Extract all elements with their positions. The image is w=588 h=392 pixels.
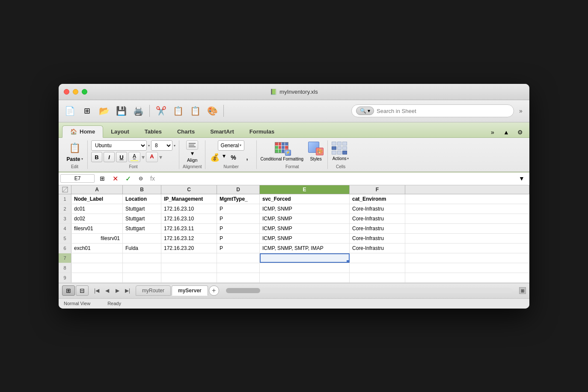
cell-c5[interactable]: 172.16.23.12 — [161, 234, 217, 243]
col-header-f[interactable]: F — [350, 185, 405, 194]
cell-f5[interactable]: Core-Infrastru — [350, 234, 405, 243]
cell-d4[interactable]: P — [217, 224, 260, 233]
horizontal-scrollbar[interactable] — [226, 288, 512, 293]
cell-a4[interactable]: filesrv01 — [71, 224, 123, 233]
sheet-tab-myrouter[interactable]: myRouter — [136, 285, 171, 296]
select-all-icon[interactable] — [62, 186, 68, 193]
cell-d8[interactable] — [217, 263, 260, 273]
cell-c2[interactable]: 172.16.23.10 — [161, 204, 217, 214]
search-input[interactable] — [377, 108, 509, 114]
prev-sheet-button[interactable]: ◀ — [102, 286, 112, 295]
tab-tables[interactable]: Tables — [137, 126, 169, 137]
align-button[interactable] — [186, 140, 198, 150]
col-header-b[interactable]: B — [123, 185, 161, 194]
bold-button[interactable]: B — [91, 152, 102, 162]
normal-view-button[interactable]: ⊞ — [62, 285, 75, 296]
col-header-a[interactable]: A — [71, 185, 123, 194]
sheet-tab-myserver[interactable]: myServer — [172, 285, 208, 296]
cell-d1[interactable]: MgmtType_ — [217, 194, 260, 204]
next-sheet-button[interactable]: ▶ — [113, 286, 122, 295]
cell-f2[interactable]: Core-Infrastru — [350, 204, 405, 214]
tab-home[interactable]: 🏠 Home — [62, 125, 103, 138]
save-button[interactable]: 💾 — [113, 103, 129, 119]
cell-c4[interactable]: 172.16.23.11 — [161, 224, 217, 233]
cell-f8[interactable] — [350, 263, 405, 273]
col-header-c[interactable]: C — [161, 185, 217, 194]
first-sheet-button[interactable]: |◀ — [92, 286, 101, 295]
expand-button[interactable]: ⊞ — [96, 173, 108, 184]
cell-b8[interactable] — [123, 263, 161, 273]
tab-formulas[interactable]: Formulas — [242, 126, 282, 137]
cell-c6[interactable]: 172.16.23.20 — [161, 244, 217, 253]
size-select[interactable]: 8 — [151, 140, 172, 151]
actions-dropdown[interactable]: ▾ — [347, 157, 349, 160]
underline-button[interactable]: U — [116, 152, 127, 162]
cell-e5[interactable]: ICMP, SNMP — [260, 234, 350, 243]
styles-button[interactable]: 🎨 Styles — [308, 141, 324, 161]
percent-button[interactable]: % — [227, 152, 239, 163]
cell-e7[interactable] — [260, 253, 350, 263]
sheets-button[interactable]: ⊞ — [79, 103, 95, 119]
print-button[interactable]: 🖨️ — [131, 103, 146, 119]
add-sheet-button[interactable]: + — [209, 285, 219, 296]
cell-e6[interactable]: ICMP, SNMP, SMTP, IMAP — [260, 244, 350, 253]
cell-a6[interactable]: exch01 — [71, 244, 123, 253]
formula-button[interactable]: ⊝ — [135, 173, 147, 184]
cell-e9[interactable] — [260, 273, 350, 282]
cell-c8[interactable] — [161, 263, 217, 273]
highlight-button[interactable]: A̲ — [128, 152, 140, 162]
cell-d7[interactable] — [217, 253, 260, 263]
cell-c3[interactable]: 172.16.23.10 — [161, 214, 217, 223]
copy-button[interactable]: 📋 — [170, 103, 186, 119]
cell-c1[interactable]: IP_Management — [161, 194, 217, 204]
paste-button[interactable]: 📋 — [66, 141, 83, 156]
tab-layout[interactable]: Layout — [103, 126, 137, 137]
cell-e1[interactable]: svc_Forced — [260, 194, 350, 204]
formula-scroll[interactable]: ▼ — [516, 173, 528, 184]
cell-f7[interactable] — [350, 253, 405, 263]
new-button[interactable]: 📄 — [62, 103, 77, 119]
cell-a3[interactable]: dc02 — [71, 214, 123, 223]
font-select[interactable]: Ubuntu — [91, 140, 147, 151]
ribbon-more-button[interactable]: » — [487, 127, 499, 137]
tab-charts[interactable]: Charts — [169, 126, 202, 137]
currency-button[interactable]: 💰 — [209, 152, 221, 163]
tab-smartart[interactable]: SmartArt — [202, 126, 242, 137]
last-sheet-button[interactable]: ▶| — [123, 286, 132, 295]
ribbon-scroll-up[interactable]: ▲ — [500, 127, 512, 137]
cell-f6[interactable]: Core-Infrastru — [350, 244, 405, 253]
cell-b7[interactable] — [123, 253, 161, 263]
cell-f3[interactable]: Core-Infrastru — [350, 214, 405, 223]
col-header-d[interactable]: D — [217, 185, 260, 194]
scrollbar-thumb[interactable] — [226, 288, 260, 293]
cell-a2[interactable]: dc01 — [71, 204, 123, 214]
cell-c9[interactable] — [161, 273, 217, 282]
cell-a9[interactable] — [71, 273, 123, 282]
cell-a7[interactable] — [71, 253, 123, 263]
ribbon-settings[interactable]: ⚙ — [514, 127, 526, 137]
cell-b2[interactable]: Stuttgart — [123, 204, 161, 214]
cell-d9[interactable] — [217, 273, 260, 282]
toolbar-overflow[interactable]: » — [516, 106, 526, 116]
maximize-button[interactable] — [82, 89, 87, 95]
scroll-corner[interactable]: ⊞ — [519, 287, 526, 294]
cell-f1[interactable]: cat_Environm — [350, 194, 405, 204]
cell-e8[interactable] — [260, 263, 350, 273]
cancel-formula-button[interactable]: ✕ — [109, 173, 121, 184]
cell-c7[interactable] — [161, 253, 217, 263]
cell-f4[interactable]: Core-Infrastru — [350, 224, 405, 233]
cell-resize-handle[interactable] — [347, 260, 349, 263]
cell-a5[interactable]: filesrv01 — [71, 234, 123, 243]
currency-dropdown[interactable]: ▾ — [223, 152, 226, 163]
cell-b5[interactable] — [123, 234, 161, 243]
cell-e2[interactable]: ICMP, SNMP — [260, 204, 350, 214]
cell-b9[interactable] — [123, 273, 161, 282]
cell-b4[interactable]: Stuttgart — [123, 224, 161, 233]
cell-b6[interactable]: Fulda — [123, 244, 161, 253]
close-button[interactable] — [64, 89, 69, 95]
search-type-button[interactable]: 🔍 ▾ — [356, 107, 374, 115]
number-format-button[interactable]: General ▾ — [218, 140, 245, 151]
cell-d3[interactable]: P — [217, 214, 260, 223]
paste-toolbar-button[interactable]: 📋 — [187, 103, 203, 119]
align-dropdown[interactable]: ▾ — [191, 150, 194, 157]
